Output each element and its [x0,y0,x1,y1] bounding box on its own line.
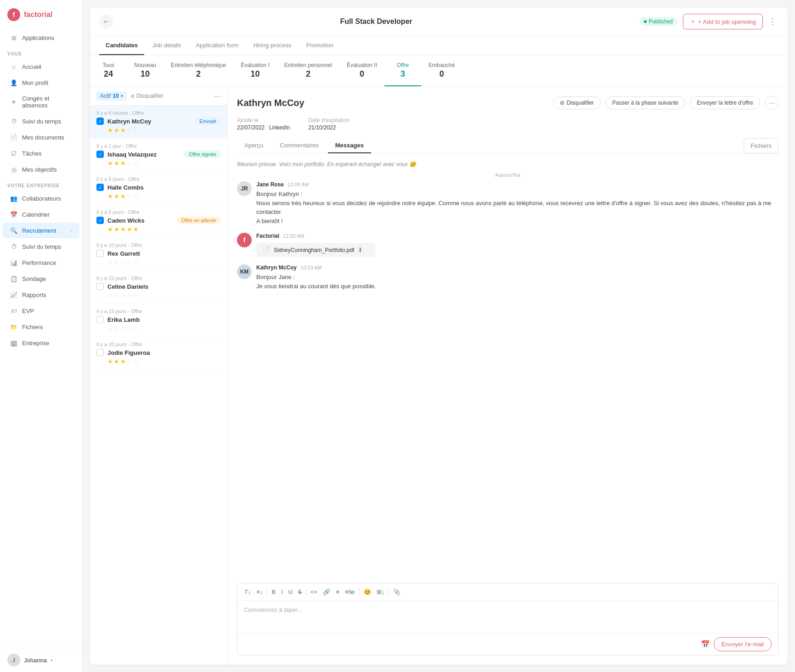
stage-eval1[interactable]: Évaluation I 10 [233,56,277,86]
candidate-row-rex[interactable]: Il y a 10 jours - Offre Rex Garrett ☆☆☆☆… [90,238,227,271]
back-button[interactable]: ← [99,15,113,28]
sidebar-item-conges[interactable]: ☀ Congés et absences [3,91,79,113]
stage-offre[interactable]: Offre 3 [384,56,421,86]
stage-tous[interactable]: Tous 24 [90,56,127,86]
tab-appform[interactable]: Application form [189,36,245,55]
sidebar-item-recrutement[interactable]: 🔍 Recrutement › [3,223,79,238]
files-tab-button[interactable]: Fichiers [744,138,778,153]
disqualify-button[interactable]: ⊘ Disqualifier [130,93,164,99]
candidate-stars-ishaaq: ★★★☆☆ [107,160,221,167]
sidebar-item-monprofil[interactable]: 👤 Mon profil [3,75,79,90]
stage-label-tous: Tous [102,62,114,68]
editor-tool-5[interactable]: S̶ [296,587,304,597]
candidate-row-kathryn[interactable]: Il y a 6 heures - Offre ✓ Kathryn McCoy … [90,106,227,139]
editor-tool-9[interactable]: ≡№ [343,587,357,597]
user-profile[interactable]: J Johanna ▾ [0,648,82,672]
sidebar-item-taches[interactable]: ☑ Tâches [3,146,79,161]
editor-tool-12[interactable]: 📎 [391,587,403,597]
next-phase-button[interactable]: Passer à la phase suivante [605,96,685,109]
star-1: ☆ [114,325,119,332]
download-icon[interactable]: ⬇ [358,246,363,253]
editor-body[interactable]: Commencez à taper... [237,601,778,633]
sidebar-item-suividu[interactable]: ⏱ Suivi du temps [3,239,79,254]
candidate-checkbox-caden[interactable]: ✓ [96,217,104,224]
stage-tel[interactable]: Entretien téléphonique 2 [164,56,233,86]
stage-nouveau[interactable]: Nouveau 10 [127,56,164,86]
svg-text:f: f [13,11,15,18]
candidate-tag-ishaaq: Offre signée [184,151,221,158]
stage-entretien[interactable]: Entretien personnel 2 [277,56,339,86]
sidebar-item-suivi[interactable]: ⏱ Suivi du temps [3,113,79,129]
tab-promotion[interactable]: Promotion [300,36,340,55]
editor-tool-4[interactable]: U [286,587,295,597]
sidebar-icon-entreprise: 🏢 [10,339,17,347]
candidate-checkbox-halle[interactable]: ✓ [96,184,104,191]
stage-embauche[interactable]: Embauché 0 [421,56,462,86]
candidate-checkbox-rex[interactable] [96,250,104,257]
candidate-checkbox-jodie[interactable] [96,349,104,356]
editor-tool-7[interactable]: 🔗 [321,587,333,597]
candidate-checkbox-celine[interactable] [96,283,104,290]
list-more-button[interactable]: ⋯ [214,92,221,101]
candidate-row-halle[interactable]: Il y a 5 jours - Offre ✓ Halle Combs ★★★… [90,172,227,205]
tab-apercu[interactable]: Aperçu [237,138,271,153]
tab-messages[interactable]: Messages [328,138,371,153]
sidebar-item-accueil[interactable]: ⌂ Accueil [3,59,79,74]
disqualify-icon: ⊘ [130,93,135,99]
candidate-stars-halle: ★★★☆☆ [107,193,221,200]
editor-tool-11[interactable]: ⊞↓ [374,587,387,597]
sidebar-item-documents[interactable]: 📄 Mes documents [3,129,79,145]
candidate-checkbox-erika[interactable] [96,316,104,323]
chevron-down-icon: ▾ [51,658,53,663]
factorial-logo-icon: f [7,8,20,21]
tab-commentaires[interactable]: Commentaires [272,138,326,153]
active-filter[interactable]: Actif 10 ▾ [96,91,127,101]
candidate-row-celine[interactable]: Il y a 15 jours - Offre Celine Daniels ☆… [90,271,227,304]
sidebar-item-calendrier[interactable]: 📅 Calendrier [3,207,79,222]
tab-candidates[interactable]: Candidates [99,36,144,55]
candidate-info-halle: ✓ Halle Combs [96,184,221,191]
editor-toolbar: T↓≡↓BIUS̶<>🔗≡≡№😊⊞↓📎 [237,583,778,601]
sidebar-item-entreprise[interactable]: 🏢 Entreprise [3,335,79,351]
sidebar-icon-evp: 🏷 [10,307,17,314]
editor-tool-6[interactable]: <> [308,587,320,597]
disqualify-action-button[interactable]: ⊘ Disqualifier [553,96,601,109]
header-more-button[interactable]: ⋮ [767,15,778,28]
sidebar-item-evp[interactable]: 🏷 EVP [3,303,79,319]
candidate-row-erika[interactable]: Il y a 15 jours - Offre Erika Lamb ☆☆☆☆☆ [90,304,227,337]
jane-avatar: JR [237,181,252,196]
calendar-button[interactable]: 📅 [701,640,710,649]
kathryn-name: Kathryn McCoy [256,264,297,271]
detail-more-button[interactable]: ⋯ [765,96,778,110]
tab-hiring[interactable]: Hiring process [247,36,298,55]
editor-tool-0[interactable]: T↓ [242,587,253,597]
editor-tool-8[interactable]: ≡ [333,587,342,597]
editor-tool-2[interactable]: B [270,587,278,597]
candidate-name-caden: Caden Wicks [107,217,173,224]
candidate-row-jodie[interactable]: Il y a 20 jours - Offre Jodie Figueroa ★… [90,337,227,370]
sidebar-item-objectifs[interactable]: ◎ Mes objectifs [3,162,79,177]
sidebar-item-collaborateurs[interactable]: 👥 Collaborateurs [3,190,79,206]
star-2: ★ [120,193,126,200]
send-offer-button[interactable]: Envoyer la lettre d'offre [690,96,760,109]
editor-tool-3[interactable]: I [279,587,285,597]
editor-tool-1[interactable]: ≡↓ [254,587,265,597]
candidate-row-ishaaq[interactable]: Il y a 1 jour - Offre ✓ Ishaaq Velazquez… [90,139,227,172]
sidebar-item-performance[interactable]: 📊 Performance [3,255,79,270]
add-job-button[interactable]: ＋ + Add to job openning [683,14,763,29]
sidebar-item-rapports[interactable]: 📈 Rapports [3,287,79,302]
candidate-checkbox-kathryn[interactable]: ✓ [96,118,104,125]
sidebar-item-sondage[interactable]: 📋 Sondage [3,271,79,286]
detail-meta: Ajouté le 22/07/2022 · LinkedIn Date d'e… [237,117,778,131]
stage-eval2[interactable]: Évaluation II 0 [339,56,384,86]
sidebar-label-sondage: Sondage [22,275,72,282]
toolbar-separator [359,588,360,596]
candidate-row-caden[interactable]: Il y a 5 jours - Offre ✓ Caden Wicks Off… [90,205,227,238]
candidate-checkbox-ishaaq[interactable]: ✓ [96,151,104,158]
editor-tool-10[interactable]: 😊 [361,587,373,597]
send-email-button[interactable]: Envoyer l'e-mail [714,637,772,651]
sidebar-item-fichiers[interactable]: 📁 Fichiers [3,319,79,335]
sidebar-item-applications[interactable]: ⊞ Applications [3,30,79,45]
tab-jobdetails[interactable]: Job details [146,36,187,55]
sidebar-icon-sondage: 📋 [10,275,17,282]
